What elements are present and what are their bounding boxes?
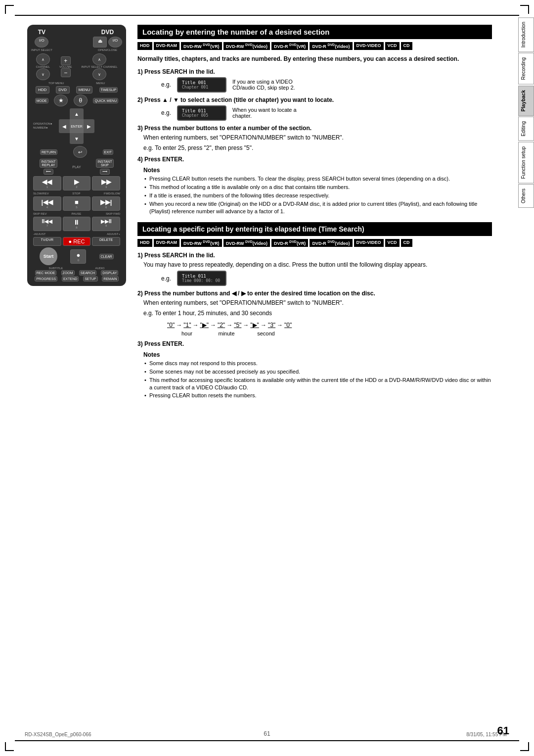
tab-editing[interactable]: Editing [518, 117, 534, 141]
dpad-right-btn[interactable]: ▶ [84, 119, 94, 133]
dpad-container: OPERATION●NUMBER● ▲ ◀ ENTER ▶ ▼ [31, 108, 122, 144]
instant-skip-btn[interactable]: INSTANTSKIP [96, 159, 113, 168]
skip-fwd-label: SKIP FWD [106, 212, 120, 215]
channel-volume-row: ∧ CHANNEL ∨ + VOLUME − ∧ INPUT SELECT CH… [31, 53, 122, 80]
enter-btn[interactable]: ENTER [70, 119, 84, 133]
adjust-minus-btn[interactable]: II◀◀7 [33, 217, 61, 231]
skip-fwd-btn[interactable]: ▶▶|6 [92, 196, 120, 211]
skip-icon-btn[interactable]: ⟶ [100, 169, 110, 175]
star-btn[interactable]: ★ [54, 94, 68, 106]
badge-dvdram: DVD-RAM [154, 42, 180, 50]
ts-hour-label: hour [167, 331, 207, 336]
s2-badge-vcd: VCD [385, 239, 400, 247]
extend-btn[interactable]: EXTEND [62, 276, 79, 282]
display-btn[interactable]: DISPLAY [101, 270, 118, 276]
progress-btn[interactable]: PROGRESS [35, 276, 57, 282]
zero-btn[interactable]: ●0 [70, 249, 86, 264]
rec-mode-btn[interactable]: REC MODE [35, 270, 57, 276]
volume-minus-btn[interactable]: − [61, 68, 71, 77]
tab-recording[interactable]: Recording [518, 53, 534, 85]
rew-btn[interactable]: ◀◀1 [33, 176, 61, 190]
step3-content1: When entering numbers, set "OPERATION/NU… [143, 134, 492, 142]
exit-btn[interactable]: EXIT [103, 149, 114, 155]
step1-display: Title 001 Chapter 001 [177, 77, 226, 93]
tv-dvr-btn[interactable]: TV/DVR [33, 237, 61, 246]
section2-format-bar: HDD DVD-RAM DVD-RW DVD(VR) DVD-RW DVD(Vi… [137, 239, 492, 247]
theta-btn[interactable]: θ [74, 94, 88, 106]
s2-step1: 1) Press SEARCH in the lid. You may have… [137, 252, 492, 286]
open-close-label: OPEN/CLOSE [98, 48, 117, 51]
step4: 4) Press ENTER. [137, 156, 492, 163]
channel-up-btn[interactable]: ∧ [36, 53, 50, 65]
footer-center: 61 [264, 730, 270, 737]
return-btn[interactable]: RETURN [40, 149, 57, 155]
ts-play2: "▶" [250, 322, 259, 329]
adjust-plus-btn[interactable]: ▶▶II9 [92, 217, 120, 231]
footer-left: RD-XS24SB_OpeE_p060-066 [25, 732, 91, 737]
page-border-bottom [15, 740, 519, 741]
step1-display-line1: Title 001 [182, 80, 222, 85]
delete-btn[interactable]: DELETE [92, 237, 120, 246]
dpad-up-btn[interactable]: ▲ [70, 108, 84, 119]
remain-btn[interactable]: REMAIN [102, 276, 118, 282]
section2-note3: This method for accessing specific locat… [149, 377, 492, 391]
subtitle-label: SUBTITLE [49, 267, 63, 270]
pause-btn[interactable]: ⏸8 [63, 217, 91, 231]
menu-btn[interactable]: MENU [76, 86, 93, 94]
hdd-btn[interactable]: HDD [36, 86, 49, 94]
setup-btn[interactable]: SETUP [83, 276, 97, 282]
instant-replay-btn[interactable]: INSTANTREPLAY [40, 159, 57, 168]
timeslip-btn[interactable]: TIMESLIP [99, 87, 118, 93]
dvd-power-btn[interactable]: I/O [108, 37, 122, 47]
operation-label: OPERATION●NUMBER● [33, 122, 52, 130]
stop-btn[interactable]: ■5 [63, 196, 91, 211]
section1-intro: Normally titles, chapters, and tracks ar… [137, 55, 492, 63]
skip-rev-btn[interactable]: |◀◀4 [33, 196, 61, 211]
zoom-btn[interactable]: ZOOM [61, 270, 75, 276]
ts-arrow6: → [261, 322, 267, 329]
slow-stop-labels: SLOW/REV STOP FWD/SLOW [33, 192, 120, 195]
tab-playback[interactable]: Playback [518, 86, 534, 116]
step3-title: 3) Press the number buttons to enter a n… [137, 125, 492, 132]
search-btn[interactable]: SEARCH [79, 270, 96, 276]
tab-others[interactable]: Others [518, 184, 534, 208]
section1-header: Locating by entering the number of a des… [137, 25, 492, 39]
time-sequence-labels: hour minute second [167, 331, 492, 336]
dpad-left-btn[interactable]: ◀ [59, 119, 70, 133]
tab-introduction[interactable]: Introduction [518, 17, 534, 52]
play-btn[interactable]: ▶2 [63, 176, 91, 190]
section2-note2: Some scenes may not be accessed precisel… [149, 368, 492, 376]
input-ch-down-btn[interactable]: ∨ [92, 68, 106, 80]
badge-hdd: HDD [137, 42, 152, 50]
s2-badge-dvdrw-video: DVD-RW DVD(Video) [223, 239, 270, 247]
channel-down-btn[interactable]: ∨ [36, 68, 50, 80]
dpad-down-btn[interactable]: ▼ [70, 133, 84, 144]
start-btn[interactable]: Start [40, 247, 57, 265]
eject-btn[interactable]: ⏏ [93, 37, 107, 47]
s2-step2-title: 2) Press the number buttons and ◀ / ▶ to… [137, 290, 492, 297]
tab-function-setup[interactable]: Function setup [518, 142, 534, 184]
dvd-btn[interactable]: DVD [56, 86, 70, 94]
ts-arrow3: → [210, 322, 216, 329]
replay-icon-btn[interactable]: ⟵ [44, 169, 53, 175]
dvd-label: DVD [101, 29, 114, 36]
rec-btn[interactable]: ● REC [63, 237, 91, 246]
badge-dvdrw-video: DVD-RW DVD(Video) [223, 42, 270, 50]
return-circle-btn[interactable]: ↩ [73, 146, 87, 158]
tv-power-btn[interactable]: I/O [35, 37, 48, 47]
input-ch-up-btn[interactable]: ∧ [92, 53, 106, 65]
skiprev-pause-skipfwd-labels: SKIP REV PAUSE SKIP FWD [33, 212, 120, 215]
ff-btn[interactable]: ▶▶3 [92, 176, 120, 190]
volume-plus-btn[interactable]: + [61, 56, 71, 65]
clear-btn[interactable]: CLEAR [99, 254, 114, 259]
start-row: Start ●0 CLEAR [33, 247, 120, 265]
play-label: PLAY [72, 165, 81, 169]
step1-note: If you are using a VIDEOCD/audio CD, ski… [232, 79, 295, 91]
ts-play1: "▶" [200, 322, 209, 329]
adjust-plus-label: ADJUST+ [107, 233, 120, 236]
quick-menu-btn[interactable]: QUICK MENU [93, 98, 118, 103]
step1-display-line2: Chapter 001 [182, 85, 222, 90]
mode-btn[interactable]: MODE [35, 98, 48, 103]
section1-note4: When you record a new title (Original) o… [149, 200, 492, 215]
badge-dvdr-video: DVD-R DVD(Video) [310, 42, 352, 50]
